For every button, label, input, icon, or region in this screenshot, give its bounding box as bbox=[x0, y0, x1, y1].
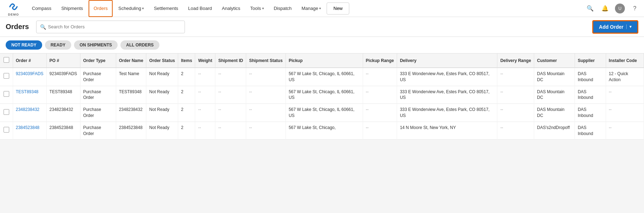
nav-item-scheduling[interactable]: Scheduling ▾ bbox=[114, 0, 148, 17]
order-number-link[interactable]: 2384523848 bbox=[16, 125, 40, 130]
cell-order_name: TEST89348 bbox=[116, 86, 146, 104]
dash-value: -- bbox=[249, 107, 252, 112]
cell-shipment_status: -- bbox=[246, 104, 286, 122]
dash-value: -- bbox=[500, 107, 503, 112]
scheduling-caret-icon: ▾ bbox=[142, 6, 144, 10]
cell-po_num: TEST89348 bbox=[46, 86, 80, 104]
cell-installer_code: -- bbox=[606, 86, 644, 104]
cell-supplier: DAS Inbound bbox=[575, 122, 606, 140]
cell-customer: DAS's2ndDropoff bbox=[534, 122, 575, 140]
cell-shipment_status: -- bbox=[246, 86, 286, 104]
cell-delivery_range: -- bbox=[497, 122, 534, 140]
col-order-num: Order # bbox=[13, 54, 46, 68]
dash-value: -- bbox=[249, 71, 252, 76]
col-checkbox bbox=[0, 54, 13, 68]
cell-pickup: 567 W Lake St, Chicago, IL 60661, US bbox=[286, 68, 363, 86]
cell-delivery: 333 E Wonderview Ave, Estes Park, CO 805… bbox=[397, 86, 497, 104]
nav-item-load-board[interactable]: Load Board bbox=[184, 0, 216, 17]
dash-value: -- bbox=[198, 89, 201, 94]
search-box[interactable]: 🔍 bbox=[36, 21, 185, 33]
cell-weight: -- bbox=[195, 122, 215, 140]
col-items: Items bbox=[178, 54, 195, 68]
table-row: 9234039FADS9234039FADSPurchase OrderTest… bbox=[0, 68, 644, 86]
dash-value: -- bbox=[366, 125, 369, 130]
row-checkbox-cell bbox=[0, 122, 13, 140]
new-button[interactable]: New bbox=[327, 2, 349, 15]
cell-order_status: Not Ready bbox=[146, 68, 178, 86]
col-weight: Weight bbox=[195, 54, 215, 68]
cell-weight: -- bbox=[195, 104, 215, 122]
nav-item-orders[interactable]: Orders bbox=[89, 0, 113, 17]
row-checkbox-cell bbox=[0, 104, 13, 122]
cell-pickup_range: -- bbox=[363, 68, 397, 86]
order-number-link[interactable]: TEST89348 bbox=[16, 89, 39, 94]
col-supplier: Supplier bbox=[575, 54, 606, 68]
filter-not-ready[interactable]: NOT READY bbox=[6, 40, 42, 50]
row-checkbox[interactable] bbox=[4, 109, 9, 115]
cell-delivery: 333 E Wonderview Ave, Estes Park, CO 805… bbox=[397, 104, 497, 122]
nav-item-analytics[interactable]: Analytics bbox=[218, 0, 244, 17]
nav-item-manage[interactable]: Manage ▾ bbox=[297, 0, 325, 17]
logo[interactable]: DEMO bbox=[4, 1, 23, 16]
nav-right-area: 🔍 🔔 U ? bbox=[585, 4, 640, 13]
dash-value: -- bbox=[198, 107, 201, 112]
user-avatar[interactable]: U bbox=[615, 4, 625, 13]
cell-order_type: Purchase Order bbox=[80, 104, 116, 122]
dash-value: -- bbox=[249, 89, 252, 94]
filter-ready[interactable]: READY bbox=[45, 40, 71, 50]
manage-caret-icon: ▾ bbox=[319, 6, 321, 10]
col-customer: Customer bbox=[534, 54, 575, 68]
order-number-link[interactable]: 9234039FADS bbox=[16, 71, 44, 76]
table-row: 23482384322348238432Purchase Order234823… bbox=[0, 104, 644, 122]
row-checkbox[interactable] bbox=[4, 91, 9, 97]
filter-on-shipments[interactable]: ON SHIPMENTS bbox=[74, 40, 118, 50]
row-checkbox[interactable] bbox=[4, 127, 9, 133]
col-installer-code: Installer Code bbox=[606, 54, 644, 68]
select-all-checkbox[interactable] bbox=[4, 57, 9, 63]
help-icon-button[interactable]: ? bbox=[630, 4, 640, 13]
page-header: Orders 🔍 Add Order ▾ bbox=[0, 17, 644, 37]
notifications-icon-button[interactable]: 🔔 bbox=[600, 4, 610, 13]
dash-value: -- bbox=[218, 125, 221, 130]
cell-customer: DAS Mountain DC bbox=[534, 68, 575, 86]
dash-value: -- bbox=[609, 107, 612, 112]
cell-order_status: Not Ready bbox=[146, 86, 178, 104]
cell-shipment_status: -- bbox=[246, 68, 286, 86]
cell-items: 2 bbox=[178, 104, 195, 122]
cell-order_type: Purchase Order bbox=[80, 122, 116, 140]
add-order-button[interactable]: Add Order ▾ bbox=[592, 20, 638, 34]
cell-order_status: Not Ready bbox=[146, 104, 178, 122]
row-checkbox[interactable] bbox=[4, 73, 9, 79]
cell-installer_code: 12 - Quick Action bbox=[606, 68, 644, 86]
col-delivery-range: Delivery Range bbox=[497, 54, 534, 68]
col-order-type: Order Type bbox=[80, 54, 116, 68]
dash-value: -- bbox=[366, 89, 369, 94]
nav-item-settlements[interactable]: Settlements bbox=[149, 0, 182, 17]
cell-po_num: 2384523848 bbox=[46, 122, 80, 140]
nav-item-shipments[interactable]: Shipments bbox=[57, 0, 87, 17]
col-pickup: Pickup bbox=[286, 54, 363, 68]
order-number-link[interactable]: 2348238432 bbox=[16, 107, 40, 112]
cell-installer_code: -- bbox=[606, 122, 644, 140]
search-icon-button[interactable]: 🔍 bbox=[585, 4, 595, 13]
cell-order_num: 9234039FADS bbox=[13, 68, 46, 86]
cell-delivery: 14 N Moore St, New York, NY bbox=[397, 122, 497, 140]
logo-icon bbox=[7, 1, 19, 13]
cell-order_type: Purchase Order bbox=[80, 86, 116, 104]
search-input[interactable] bbox=[48, 24, 181, 29]
table-row: 23845238482384523848Purchase Order238452… bbox=[0, 122, 644, 140]
cell-shipment_status: -- bbox=[246, 122, 286, 140]
dash-value: -- bbox=[198, 125, 201, 130]
cell-pickup_range: -- bbox=[363, 104, 397, 122]
nav-item-dispatch[interactable]: Dispatch bbox=[270, 0, 296, 17]
nav-item-compass[interactable]: Compass bbox=[28, 0, 56, 17]
col-po-num: PO # bbox=[46, 54, 80, 68]
dash-value: -- bbox=[500, 89, 503, 94]
nav-item-tools[interactable]: Tools ▾ bbox=[246, 0, 268, 17]
cell-pickup: 567 W Lake St, Chicago, bbox=[286, 122, 363, 140]
cell-pickup_range: -- bbox=[363, 86, 397, 104]
col-delivery: Delivery bbox=[397, 54, 497, 68]
filter-all-orders[interactable]: ALL ORDERS bbox=[120, 40, 159, 50]
dash-value: -- bbox=[218, 107, 221, 112]
cell-shipment_id: -- bbox=[215, 86, 246, 104]
